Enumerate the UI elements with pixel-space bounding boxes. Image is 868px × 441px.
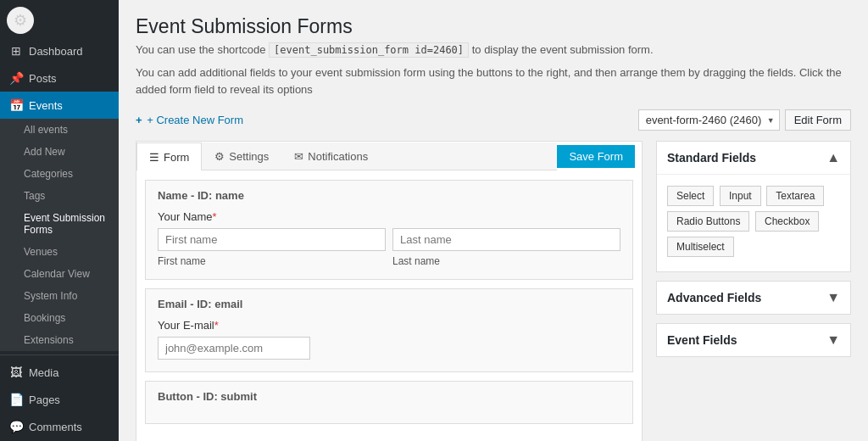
main-content: Event Submission Forms You can use the s… [119, 0, 868, 441]
field-btn-multiselect[interactable]: Multiselect [667, 237, 734, 257]
field-btn-select[interactable]: Select [667, 186, 714, 206]
events-icon: 📅 [8, 98, 24, 112]
last-name-sublabel: Last name [392, 254, 620, 267]
two-column-layout: ☰ Form ⚙ Settings ✉ Notifications [136, 141, 851, 441]
field-btn-input[interactable]: Input [720, 186, 761, 206]
sidebar-item-event-submission-forms[interactable]: Event Submission Forms [0, 207, 119, 241]
standard-fields-arrow: ▲ [826, 150, 840, 165]
field-label-email: Your E-mail* [158, 319, 620, 332]
posts-icon: 📌 [8, 71, 24, 85]
page-title: Event Submission Forms [136, 15, 851, 38]
sidebar-item-system-info[interactable]: System Info [0, 285, 119, 307]
field-block-email-title: Email - ID: email [158, 298, 620, 310]
sidebar-item-extensions[interactable]: Extensions [0, 329, 119, 351]
notifications-tab-icon: ✉ [294, 150, 303, 163]
shortcode-line: You can use the shortcode [event_submiss… [136, 43, 851, 56]
form-panel: ☰ Form ⚙ Settings ✉ Notifications [136, 141, 643, 441]
event-fields-arrow: ▼ [826, 332, 840, 348]
event-fields-header[interactable]: Event Fields ▼ [657, 324, 850, 356]
sidebar-item-bookings[interactable]: Bookings [0, 307, 119, 329]
page-description: You can add additional fields to your ev… [136, 64, 851, 98]
sidebar: ⚙ ⊞ Dashboard 📌 Posts 📅 Events All event… [0, 0, 119, 441]
field-block-name-title: Name - ID: name [158, 189, 620, 202]
shortcode-prefix: You can use the shortcode [136, 43, 265, 56]
tab-form[interactable]: ☰ Form [136, 142, 202, 170]
name-inputs-row [158, 228, 620, 251]
sidebar-item-all-events[interactable]: All events [0, 119, 119, 141]
sidebar-item-tags[interactable]: Tags [0, 185, 119, 207]
required-asterisk-email: * [214, 319, 219, 332]
pages-icon: 📄 [8, 393, 24, 406]
field-block-submit-title: Button - ID: submit [158, 390, 620, 403]
advanced-fields-panel: Advanced Fields ▼ [656, 281, 851, 315]
tab-notifications[interactable]: ✉ Notifications [281, 142, 381, 170]
sidebar-item-calendar-view[interactable]: Calendar View [0, 263, 119, 285]
advanced-fields-title: Advanced Fields [667, 291, 761, 304]
standard-fields-header[interactable]: Standard Fields ▲ [657, 142, 850, 174]
create-new-form-link[interactable]: + + Create New Form [136, 114, 243, 126]
event-fields-title: Event Fields [667, 333, 737, 347]
email-input[interactable] [158, 337, 310, 360]
field-block-email: Email - ID: email Your E-mail* [145, 288, 633, 372]
field-btn-checkbox[interactable]: Checkbox [755, 211, 819, 232]
form-content: Name - ID: name Your Name* First name [136, 171, 642, 441]
standard-fields-title: Standard Fields [667, 151, 756, 165]
media-icon: 🖼 [8, 366, 24, 379]
advanced-fields-header[interactable]: Advanced Fields ▼ [657, 282, 850, 314]
form-select[interactable]: event-form-2460 (2460) [638, 109, 780, 131]
first-name-sublabel: First name [158, 254, 386, 267]
standard-fields-panel: Standard Fields ▲ Select Input Textarea … [656, 141, 851, 272]
sidebar-item-categories[interactable]: Categories [0, 163, 119, 185]
tab-notifications-label: Notifications [308, 150, 368, 163]
sidebar-item-venues[interactable]: Venues [0, 241, 119, 263]
settings-tab-icon: ⚙ [214, 150, 225, 163]
form-selector-group: event-form-2460 (2460) Edit Form [638, 109, 851, 131]
sidebar-item-add-new[interactable]: Add New [0, 141, 119, 163]
comments-icon: 💬 [8, 420, 24, 433]
shortcode-value: [event_submission_form id=2460] [269, 42, 469, 58]
required-asterisk-name: * [213, 210, 217, 223]
save-form-button[interactable]: Save Form [557, 145, 635, 168]
fields-column: Standard Fields ▲ Select Input Textarea … [656, 141, 851, 441]
panel-tabs: ☰ Form ⚙ Settings ✉ Notifications [136, 142, 557, 170]
sidebar-item-dashboard[interactable]: ⊞ Dashboard [0, 37, 119, 64]
dashboard-icon: ⊞ [8, 44, 24, 58]
plus-icon: + [136, 114, 142, 126]
sidebar-item-comments[interactable]: 💬 Comments [0, 413, 119, 440]
form-column: ☰ Form ⚙ Settings ✉ Notifications [136, 141, 643, 441]
toolbar-row: + + Create New Form event-form-2460 (246… [136, 109, 851, 131]
tab-form-label: Form [164, 151, 189, 164]
tab-settings[interactable]: ⚙ Settings [202, 142, 281, 170]
sidebar-item-events[interactable]: 📅 Events [0, 92, 119, 119]
field-btn-textarea[interactable]: Textarea [766, 186, 824, 206]
wp-logo: ⚙ [7, 7, 34, 34]
form-tab-icon: ☰ [149, 151, 159, 164]
event-fields-panel: Event Fields ▼ [656, 323, 851, 357]
sidebar-item-posts[interactable]: 📌 Posts [0, 64, 119, 92]
field-label-name: Your Name* [158, 210, 620, 223]
first-name-input[interactable] [158, 228, 386, 251]
events-submenu: All events Add New Categories Tags Event… [0, 119, 119, 351]
sidebar-item-media[interactable]: 🖼 Media [0, 359, 119, 386]
field-btn-radio-buttons[interactable]: Radio Buttons [667, 211, 749, 232]
tab-settings-label: Settings [229, 150, 269, 163]
sidebar-item-pages[interactable]: 📄 Pages [0, 386, 119, 413]
edit-form-button[interactable]: Edit Form [785, 109, 851, 131]
field-block-submit: Button - ID: submit [145, 381, 633, 424]
field-block-name: Name - ID: name Your Name* First name [145, 180, 633, 280]
shortcode-suffix: to display the event submission form. [472, 43, 654, 56]
form-select-wrapper: event-form-2460 (2460) [638, 109, 780, 131]
standard-fields-body: Select Input Textarea Radio Buttons Chec… [657, 174, 850, 271]
last-name-input[interactable] [392, 228, 620, 251]
advanced-fields-arrow: ▼ [826, 290, 840, 305]
sublabels-row: First name Last name [158, 254, 620, 267]
panel-tabs-wrapper: ☰ Form ⚙ Settings ✉ Notifications [136, 142, 642, 171]
